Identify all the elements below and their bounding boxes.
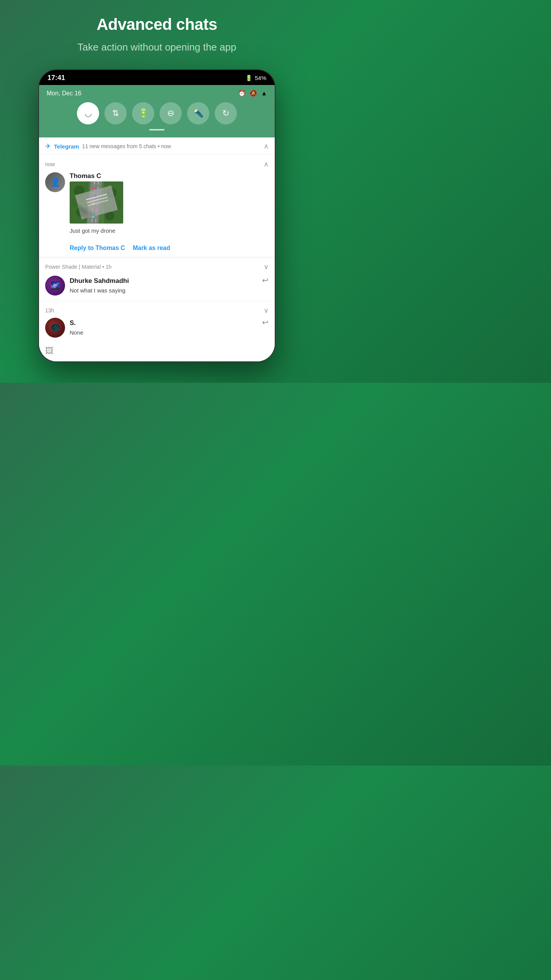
thomas-content-row: 👤 Thomas C	[45, 172, 269, 235]
image-placeholder-icon: 🖼	[45, 346, 54, 356]
s-notif-row: 🌑 S. None ↩	[39, 315, 275, 343]
powershade-notif-group: Power Shade | Material • 1h ∨ 🌌 Dhurke S…	[39, 258, 275, 301]
svg-point-11	[74, 186, 85, 196]
svg-rect-6	[93, 187, 96, 189]
dhurke-avatar: 🌌	[45, 276, 65, 296]
dhurke-notif-row: 🌌 Dhurke Sahdmadhi Not what I was saying…	[39, 276, 275, 301]
qs-tile-dnd[interactable]: ⊖	[160, 102, 182, 124]
svg-point-13	[76, 207, 86, 217]
dhurke-notif-body: Dhurke Sahdmadhi Not what I was saying	[70, 276, 258, 296]
mute-icon: 🔕	[249, 90, 257, 97]
telegram-icon: ✈	[45, 142, 51, 150]
s-notif-group: 13h ∨ 🌑 S. None ↩ 🖼	[39, 302, 275, 361]
notifications-area: ✈ Telegram 11 new messages from 5 chats …	[39, 137, 275, 361]
s-timestamp-row: 13h ∨	[39, 302, 275, 315]
thomas-notif-chevron[interactable]: ∧	[264, 160, 269, 168]
s-notif-body: S. None	[70, 318, 258, 338]
svg-rect-10	[91, 216, 95, 218]
dnd-icon: ⊖	[167, 108, 174, 118]
s-notif-chevron[interactable]: ∨	[264, 306, 269, 315]
thomas-timestamp: now	[45, 161, 55, 167]
s-message: None	[70, 328, 258, 336]
svg-point-16	[105, 211, 114, 220]
bottom-image-area: 🖼	[39, 343, 275, 361]
page-title: Advanced chats	[96, 15, 217, 34]
battery-percent: 54%	[255, 75, 266, 81]
reply-to-thomas-button[interactable]: Reply to Thomas C	[70, 245, 125, 252]
qs-tile-battery-saver[interactable]: 🔋	[132, 102, 154, 124]
battery-saver-icon: 🔋	[138, 108, 148, 118]
status-time: 17:41	[47, 74, 65, 82]
s-sender-name: S.	[70, 319, 258, 327]
sync-tile-icon: ⇅	[112, 108, 119, 118]
wifi-signal-icon: ▲	[261, 90, 267, 97]
flashlight-icon: 🔦	[193, 108, 204, 118]
thomas-drone-image	[70, 181, 123, 224]
thomas-sender-name: Thomas C	[70, 172, 269, 180]
qs-status-icons: ⏰ 🔕 ▲	[238, 90, 267, 97]
svg-point-12	[71, 198, 80, 207]
thomas-message: Just got my drone	[70, 227, 269, 235]
qs-tile-sync[interactable]: ⇅	[104, 102, 127, 124]
powershade-header[interactable]: Power Shade | Material • 1h ∨	[39, 258, 275, 276]
s-reply-icon[interactable]: ↩	[262, 318, 269, 338]
thomas-notif-body: Thomas C	[70, 172, 269, 235]
qs-tile-flashlight[interactable]: 🔦	[187, 102, 209, 124]
thomas-notif-actions: Reply to Thomas C Mark as read	[39, 240, 275, 257]
svg-rect-8	[92, 203, 95, 204]
thomas-timestamp-row: now ∧	[45, 160, 269, 168]
qs-tile-rotate[interactable]: ↻	[215, 102, 237, 124]
dhurke-reply-icon[interactable]: ↩	[262, 276, 269, 296]
svg-point-15	[110, 199, 121, 210]
svg-rect-9	[95, 208, 98, 210]
svg-point-14	[107, 188, 117, 198]
telegram-notif-group: ✈ Telegram 11 new messages from 5 chats …	[39, 137, 275, 257]
telegram-notif-header[interactable]: ✈ Telegram 11 new messages from 5 chats …	[39, 137, 275, 155]
telegram-expand-chevron[interactable]: ∧	[264, 142, 269, 150]
phone-frame: 17:41 🔋 54% Mon, Dec 16 ⏰ 🔕 ▲ ◡ ⇅ 🔋	[38, 69, 276, 362]
qs-date: Mon, Dec 16	[47, 90, 82, 97]
status-right: 🔋 54%	[245, 75, 266, 82]
telegram-app-name: Telegram	[54, 143, 79, 150]
s-timestamp: 13h	[45, 307, 54, 314]
powershade-chevron[interactable]: ∨	[264, 263, 269, 271]
qs-tiles-row: ◡ ⇅ 🔋 ⊖ 🔦 ↻	[47, 102, 267, 124]
status-bar: 17:41 🔋 54%	[39, 70, 275, 85]
thomas-notification[interactable]: now ∧ 👤 Thomas C	[39, 155, 275, 240]
s-avatar: 🌑	[45, 318, 65, 338]
powershade-group-title: Power Shade | Material • 1h	[45, 264, 112, 270]
battery-icon: 🔋	[245, 75, 253, 82]
wifi-tile-icon: ◡	[85, 108, 92, 118]
qs-top-row: Mon, Dec 16 ⏰ 🔕 ▲	[47, 90, 267, 97]
dhurke-message: Not what I was saying	[70, 286, 258, 294]
rotate-icon: ↻	[222, 108, 229, 118]
dhurke-sender-name: Dhurke Sahdmadhi	[70, 277, 258, 285]
mark-as-read-button[interactable]: Mark as read	[133, 245, 170, 252]
quick-settings-panel: Mon, Dec 16 ⏰ 🔕 ▲ ◡ ⇅ 🔋 ⊖ 🔦	[39, 85, 275, 137]
telegram-notif-summary: 11 new messages from 5 chats • now	[82, 143, 171, 149]
svg-rect-7	[94, 195, 97, 197]
qs-drag-handle[interactable]	[149, 129, 165, 131]
alarm-icon: ⏰	[238, 90, 246, 97]
page-subtitle: Take action without opening the app	[78, 41, 236, 54]
qs-tile-wifi[interactable]: ◡	[77, 102, 99, 124]
thomas-avatar: 👤	[45, 172, 65, 192]
telegram-header-left: ✈ Telegram 11 new messages from 5 chats …	[45, 142, 171, 150]
